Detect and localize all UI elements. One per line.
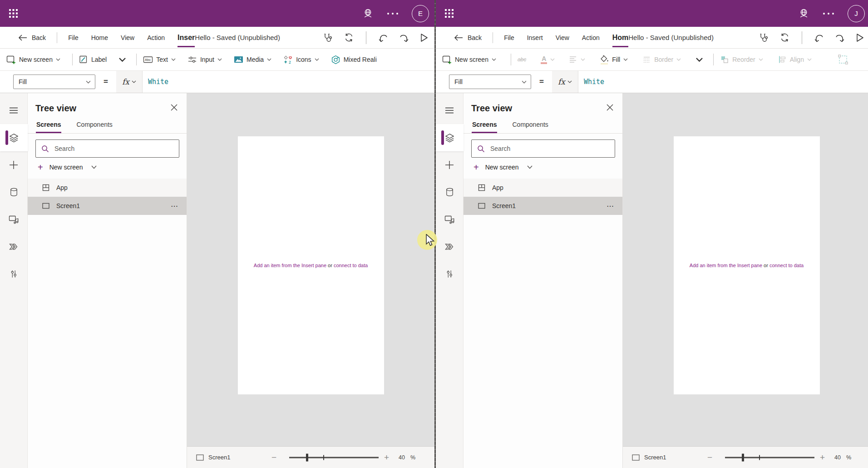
formula-input[interactable] xyxy=(578,71,868,93)
tab-components[interactable]: Components xyxy=(512,121,548,133)
close-icon[interactable] xyxy=(607,104,613,113)
back-button[interactable]: Back xyxy=(18,34,46,41)
app-checker-icon[interactable] xyxy=(323,33,333,43)
menu-tab-file[interactable]: File xyxy=(68,34,79,41)
app-checker-icon[interactable] xyxy=(759,33,769,43)
rail-data-button[interactable] xyxy=(0,179,28,206)
play-icon[interactable] xyxy=(856,33,864,42)
text-align-button[interactable] xyxy=(569,56,585,63)
more-options-icon[interactable] xyxy=(823,13,834,15)
zoom-slider-thumb[interactable] xyxy=(306,453,308,461)
environment-icon[interactable] xyxy=(798,8,809,19)
tree-row-app[interactable]: App xyxy=(28,179,187,197)
row-more-icon[interactable]: ⋯ xyxy=(607,202,614,210)
rail-menu-button[interactable] xyxy=(436,97,464,124)
menu-tab-home-active[interactable]: Hom xyxy=(612,27,629,49)
rail-advanced-tools-button[interactable] xyxy=(436,260,464,288)
play-icon[interactable] xyxy=(420,33,428,42)
tree-row-app[interactable]: App xyxy=(464,179,622,197)
property-select[interactable]: Fill xyxy=(13,75,95,89)
tree-row-screen1[interactable]: Screen1 ⋯ xyxy=(28,197,187,215)
redo-icon[interactable] xyxy=(835,33,845,42)
group-button[interactable] xyxy=(838,55,848,65)
avatar[interactable]: J xyxy=(848,5,865,22)
zoom-in-button[interactable]: + xyxy=(384,447,389,468)
fx-button[interactable]: fx xyxy=(116,71,143,93)
menu-tab-home[interactable]: Home xyxy=(91,34,108,41)
more-options-icon[interactable] xyxy=(387,13,398,15)
input-menu-button[interactable]: Input xyxy=(187,55,222,64)
strikethrough-button[interactable]: abc xyxy=(518,56,526,63)
rail-insert-button[interactable] xyxy=(436,151,464,179)
zoom-out-button[interactable]: − xyxy=(707,447,712,468)
mixed-reality-menu-button[interactable]: Mixed Reali xyxy=(331,55,377,65)
menu-tab-view[interactable]: View xyxy=(121,34,134,41)
rail-data-button[interactable] xyxy=(436,179,464,206)
label-button[interactable]: Label xyxy=(79,55,107,64)
redo-icon[interactable] xyxy=(399,33,409,42)
new-screen-button[interactable]: New screen xyxy=(6,55,60,65)
avatar[interactable]: E xyxy=(412,5,429,22)
waffle-icon[interactable] xyxy=(445,9,454,18)
formula-input[interactable] xyxy=(143,71,434,93)
align-button[interactable]: Align xyxy=(778,55,812,64)
text-menu-button[interactable]: Abc Text xyxy=(143,55,176,64)
tab-screens[interactable]: Screens xyxy=(36,121,61,133)
rail-tree-view-button[interactable] xyxy=(436,124,464,151)
property-select[interactable]: Fill xyxy=(449,75,531,89)
search-box[interactable] xyxy=(471,139,615,158)
waffle-icon[interactable] xyxy=(9,9,18,18)
menu-tab-file[interactable]: File xyxy=(504,34,514,41)
zoom-slider[interactable] xyxy=(725,457,814,458)
connect-to-data-link[interactable]: connect to data xyxy=(769,263,804,268)
connect-to-data-link[interactable]: connect to data xyxy=(334,263,368,268)
rail-menu-button[interactable] xyxy=(0,97,28,124)
fill-button[interactable]: Fill xyxy=(600,55,628,65)
rail-power-automate-button[interactable] xyxy=(436,233,464,260)
rail-media-button[interactable] xyxy=(436,206,464,233)
back-button[interactable]: Back xyxy=(454,34,482,41)
menu-tab-insert[interactable]: Insert xyxy=(527,34,543,41)
refresh-icon[interactable] xyxy=(779,32,790,43)
new-screen-tree-button[interactable]: + New screen xyxy=(473,163,615,172)
rail-media-button[interactable] xyxy=(0,206,28,233)
canvas-area[interactable]: Add an item from the Insert pane or conn… xyxy=(187,93,434,446)
close-icon[interactable] xyxy=(171,104,178,113)
tab-screens[interactable]: Screens xyxy=(472,121,497,133)
row-more-icon[interactable]: ⋯ xyxy=(171,202,178,210)
rail-power-automate-button[interactable] xyxy=(0,233,28,260)
new-screen-button[interactable]: New screen xyxy=(442,55,496,65)
zoom-slider[interactable] xyxy=(289,457,379,458)
rail-advanced-tools-button[interactable] xyxy=(0,260,28,288)
icons-menu-button[interactable]: 2 Icons xyxy=(283,55,319,65)
font-color-button[interactable]: A xyxy=(541,55,555,64)
menu-tab-insert-active[interactable]: Inser xyxy=(178,27,195,49)
menu-tab-view[interactable]: View xyxy=(556,34,569,41)
label-expand-chevron[interactable] xyxy=(118,57,126,62)
media-menu-button[interactable]: Media xyxy=(234,55,271,64)
reorder-button[interactable]: Reorder xyxy=(720,55,763,64)
tab-components[interactable]: Components xyxy=(76,121,113,133)
fx-button[interactable]: fx xyxy=(552,71,578,93)
zoom-slider-thumb[interactable] xyxy=(742,453,744,461)
rail-insert-button[interactable] xyxy=(0,151,28,179)
tree-row-screen1[interactable]: Screen1 ⋯ xyxy=(464,197,622,215)
new-screen-tree-button[interactable]: + New screen xyxy=(38,163,179,172)
undo-icon[interactable] xyxy=(378,33,388,42)
zoom-out-button[interactable]: − xyxy=(271,447,276,468)
zoom-in-button[interactable]: + xyxy=(820,447,825,468)
search-input[interactable] xyxy=(489,144,610,153)
search-box[interactable] xyxy=(35,139,179,158)
search-input[interactable] xyxy=(54,144,174,153)
screen1-canvas[interactable]: Add an item from the Insert pane or conn… xyxy=(674,136,820,394)
menu-tab-action[interactable]: Action xyxy=(147,34,165,41)
format-expand-chevron[interactable] xyxy=(695,57,703,62)
menu-tab-action[interactable]: Action xyxy=(582,34,600,41)
canvas-area[interactable]: Add an item from the Insert pane or conn… xyxy=(623,93,868,446)
border-button[interactable]: Border xyxy=(642,55,681,64)
undo-icon[interactable] xyxy=(814,33,824,42)
refresh-icon[interactable] xyxy=(344,32,354,43)
environment-icon[interactable] xyxy=(362,8,374,19)
rail-tree-view-button[interactable] xyxy=(0,124,28,151)
screen1-canvas[interactable]: Add an item from the Insert pane or conn… xyxy=(238,136,384,394)
